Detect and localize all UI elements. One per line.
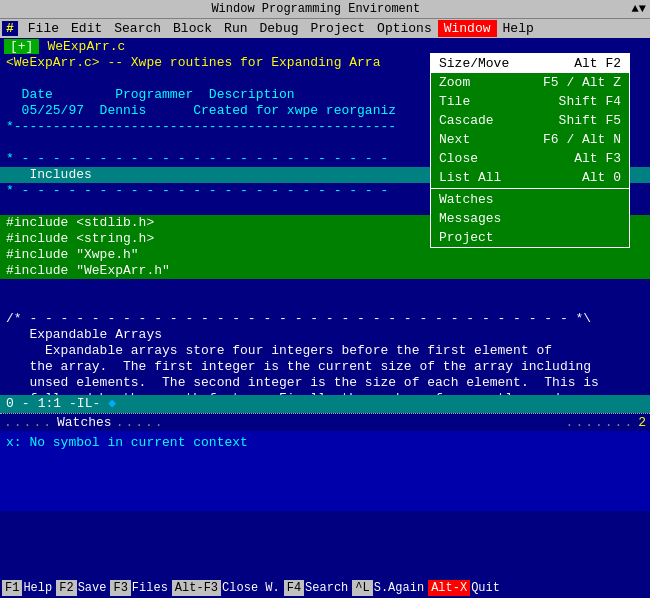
file-name: WeExpArr.c bbox=[47, 39, 125, 54]
cascade-label: Cascade bbox=[439, 112, 494, 129]
menu-file[interactable]: File bbox=[22, 20, 65, 37]
fn-ctrl-l[interactable]: ^L bbox=[352, 580, 372, 596]
menu-debug[interactable]: Debug bbox=[253, 20, 304, 37]
status-num: 0 bbox=[6, 396, 14, 412]
fn-f1[interactable]: F1 bbox=[2, 580, 22, 596]
menu-next[interactable]: Next F6 / Alt N bbox=[431, 130, 629, 149]
code-exp-desc3: unsed elements. The second integer is th… bbox=[0, 375, 650, 391]
menu-tile[interactable]: Tile Shift F4 bbox=[431, 92, 629, 111]
menu-edit[interactable]: Edit bbox=[65, 20, 108, 37]
menu-help[interactable]: Help bbox=[497, 20, 540, 37]
watches-label: Watches bbox=[439, 191, 494, 208]
fn-f3[interactable]: F3 bbox=[110, 580, 130, 596]
tile-label: Tile bbox=[439, 93, 470, 110]
fn-files-label: Files bbox=[132, 581, 168, 595]
status-cursor: ◆ bbox=[108, 396, 116, 412]
code-line-16 bbox=[0, 295, 650, 311]
list-all-shortcut: Alt 0 bbox=[582, 169, 621, 186]
menu-divider bbox=[431, 188, 629, 189]
menu-close[interactable]: Close Alt F3 bbox=[431, 149, 629, 168]
function-key-bar: F1 Help F2 Save F3 Files Alt-F3 Close W.… bbox=[0, 578, 650, 598]
fn-help-label: Help bbox=[23, 581, 52, 595]
code-exp-desc4: followed by the growth factor. Finally t… bbox=[0, 391, 650, 395]
menu-cascade[interactable]: Cascade Shift F5 bbox=[431, 111, 629, 130]
close-shortcut: Alt F3 bbox=[574, 150, 621, 167]
list-all-label: List All bbox=[439, 169, 501, 186]
menu-run[interactable]: Run bbox=[218, 20, 253, 37]
fn-sagain-label: S.Again bbox=[374, 581, 424, 595]
title-bar: Window Programming Enviroment ▲▼ bbox=[0, 0, 650, 19]
watches-text: x: No symbol in current context bbox=[6, 435, 644, 450]
fn-closew-label: Close W. bbox=[222, 581, 280, 595]
code-exp-desc1: Expandable arrays store four integers be… bbox=[0, 343, 650, 359]
next-shortcut: F6 / Alt N bbox=[543, 131, 621, 148]
fn-alt-x[interactable]: Alt-X bbox=[428, 580, 470, 596]
code-line-15 bbox=[0, 279, 650, 295]
watches-title: Watches bbox=[57, 415, 112, 430]
menu-window[interactable]: Window bbox=[438, 20, 497, 37]
status-dash: - bbox=[22, 396, 30, 412]
watches-bar: ..... Watches ..... ....... 2 bbox=[0, 413, 650, 431]
menu-list-all[interactable]: List All Alt 0 bbox=[431, 168, 629, 187]
code-exp-desc2: the array. The first integer is the curr… bbox=[0, 359, 650, 375]
menu-options[interactable]: Options bbox=[371, 20, 438, 37]
fn-save-label: Save bbox=[78, 581, 107, 595]
fn-alt-f3[interactable]: Alt-F3 bbox=[172, 580, 221, 596]
cascade-shortcut: Shift F5 bbox=[559, 112, 621, 129]
messages-label: Messages bbox=[439, 210, 501, 227]
size-move-label: Size/Move bbox=[439, 55, 509, 72]
status-bar: 0 - 1:1 -IL- ◆ bbox=[0, 395, 650, 413]
menu-project[interactable]: Project bbox=[305, 20, 372, 37]
menu-project-item[interactable]: Project bbox=[431, 228, 629, 247]
code-comment-start: /* - - - - - - - - - - - - - - - - - - -… bbox=[0, 311, 650, 327]
status-line-col: 1:1 bbox=[38, 396, 61, 412]
next-label: Next bbox=[439, 131, 470, 148]
status-mode: -IL- bbox=[69, 396, 100, 412]
include-weexparr: #include "WeExpArr.h" bbox=[0, 263, 650, 279]
fn-f4[interactable]: F4 bbox=[284, 580, 304, 596]
tile-shortcut: Shift F4 bbox=[559, 93, 621, 110]
menu-search[interactable]: Search bbox=[108, 20, 167, 37]
menu-watches[interactable]: Watches bbox=[431, 190, 629, 209]
close-label: Close bbox=[439, 150, 478, 167]
fn-quit-label: Quit bbox=[471, 581, 500, 595]
menu-hash[interactable]: # bbox=[2, 21, 18, 36]
watches-content-area[interactable]: x: No symbol in current context bbox=[0, 431, 650, 511]
menu-messages[interactable]: Messages bbox=[431, 209, 629, 228]
zoom-shortcut: F5 / Alt Z bbox=[543, 74, 621, 91]
fn-search-label: Search bbox=[305, 581, 348, 595]
menu-bar: # File Edit Search Block Run Debug Proje… bbox=[0, 19, 650, 38]
file-tab-indicator[interactable]: [+] bbox=[4, 39, 39, 54]
include-xwpe: #include "Xwpe.h" bbox=[0, 247, 650, 263]
size-move-shortcut: Alt F2 bbox=[574, 55, 621, 72]
menu-size-move[interactable]: Size/Move Alt F2 bbox=[431, 54, 629, 73]
menu-zoom[interactable]: Zoom F5 / Alt Z bbox=[431, 73, 629, 92]
fn-f2[interactable]: F2 bbox=[56, 580, 76, 596]
close-button[interactable]: ▲▼ bbox=[632, 2, 646, 16]
title-text: Window Programming Enviroment bbox=[211, 2, 420, 16]
window-dropdown-menu: Size/Move Alt F2 Zoom F5 / Alt Z Tile Sh… bbox=[430, 53, 630, 248]
menu-block[interactable]: Block bbox=[167, 20, 218, 37]
code-exp-title: Expandable Arrays bbox=[0, 327, 650, 343]
zoom-label: Zoom bbox=[439, 74, 470, 91]
project-label: Project bbox=[439, 229, 494, 246]
